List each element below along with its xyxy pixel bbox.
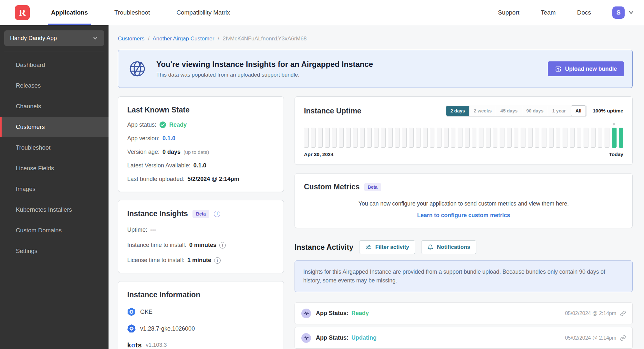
breadcrumb-customer-name[interactable]: Another Airgap Customer — [152, 36, 214, 42]
uptime-percentage: 100% uptime — [593, 108, 623, 114]
filter-sliders-icon — [365, 244, 372, 250]
uptime-bar-empty[interactable] — [374, 128, 379, 148]
uptime-bar-empty[interactable] — [409, 128, 414, 148]
uptime-bar-empty[interactable] — [430, 128, 435, 148]
uptime-bar-empty[interactable] — [339, 128, 344, 148]
app-version-link[interactable]: 0.1.0 — [162, 135, 175, 142]
uptime-bar-empty[interactable] — [556, 128, 561, 148]
tab-troubleshoot[interactable]: Troubleshoot — [111, 0, 153, 25]
main-content: Customers / Another Airgap Customer / 2f… — [109, 25, 644, 349]
account-menu[interactable]: S — [612, 6, 634, 19]
uptime-bar-empty[interactable] — [353, 128, 358, 148]
range-all[interactable]: All — [571, 105, 586, 116]
uptime-bar-empty[interactable] — [549, 128, 554, 148]
event-timestamp: 05/02/2024 @ 2:14pm — [565, 335, 616, 341]
avatar[interactable]: S — [612, 6, 625, 19]
uptime-bar-empty[interactable] — [458, 128, 462, 148]
sidebar-item-kubernetes-installers[interactable]: Kubernetes Installers — [0, 199, 109, 220]
sidebar-item-releases[interactable]: Releases — [0, 75, 109, 96]
event-link-icon[interactable] — [620, 335, 626, 341]
uptime-bar-empty[interactable] — [367, 128, 372, 148]
range-2-weeks[interactable]: 2 weeks — [470, 106, 496, 116]
info-icon[interactable]: i — [214, 211, 220, 217]
uptime-bar-empty[interactable] — [528, 128, 533, 148]
nav-link-support[interactable]: Support — [498, 9, 520, 16]
event-status-value: Ready — [351, 310, 369, 317]
uptime-bar-empty[interactable] — [346, 128, 351, 148]
activity-event-row[interactable]: App Status: Ready 05/02/2024 @ 2:14pm — [295, 302, 633, 324]
chevron-down-icon[interactable] — [628, 9, 634, 16]
configure-custom-metrics-link[interactable]: Learn to configure custom metrics — [304, 212, 623, 219]
nav-link-team[interactable]: Team — [541, 9, 556, 16]
last-known-state-title: Last Known State — [127, 106, 275, 114]
uptime-bar-empty[interactable] — [493, 128, 498, 148]
uptime-bar-empty[interactable] — [388, 128, 393, 148]
instance-time-label: Instance time to install: — [127, 242, 186, 249]
uptime-bar-empty[interactable] — [479, 128, 483, 148]
uptime-bar-empty[interactable] — [486, 128, 491, 148]
upload-new-bundle-button[interactable]: Upload new bundle — [548, 61, 624, 76]
range-2-days[interactable]: 2 days — [446, 106, 470, 116]
tab-compatibility-matrix[interactable]: Compatibility Matrix — [173, 0, 233, 25]
uptime-bar-empty[interactable] — [535, 128, 540, 148]
info-icon[interactable]: i — [214, 257, 221, 264]
uptime-bar-empty[interactable] — [402, 128, 407, 148]
range-45-days[interactable]: 45 days — [496, 106, 522, 116]
uptime-bar-empty[interactable] — [514, 128, 519, 148]
k8s-version-row: ☸ v1.28.7-gke.1026000 — [127, 324, 275, 333]
app-selector-dropdown[interactable]: Handy Dandy App — [4, 30, 104, 46]
uptime-bar-empty[interactable] — [325, 128, 330, 148]
uptime-bar-up[interactable] — [612, 128, 617, 148]
sidebar-item-channels[interactable]: Channels — [0, 96, 109, 117]
uptime-bar-empty[interactable] — [444, 128, 449, 148]
uptime-bar-empty[interactable] — [591, 128, 596, 148]
event-link-icon[interactable] — [620, 311, 626, 316]
filter-activity-button[interactable]: Filter activity — [359, 240, 415, 254]
uptime-bar-empty[interactable] — [542, 128, 546, 148]
range-1-year[interactable]: 1 year — [548, 106, 570, 116]
top-nav-tabs: Applications Troubleshoot Compatibility … — [48, 0, 233, 25]
info-icon[interactable]: i — [219, 242, 226, 249]
sidebar-item-customers[interactable]: Customers — [0, 117, 109, 137]
uptime-bar-empty[interactable] — [451, 128, 456, 148]
uptime-bar-empty[interactable] — [563, 128, 567, 148]
uptime-bar-empty[interactable] — [500, 128, 504, 148]
sidebar-item-license-fields[interactable]: License Fields — [0, 158, 109, 179]
uptime-bar-empty[interactable] — [507, 128, 512, 148]
uptime-bar-empty[interactable] — [584, 128, 588, 148]
uptime-bar-empty[interactable] — [570, 128, 575, 148]
uptime-bar-empty[interactable] — [423, 128, 428, 148]
replicated-logo[interactable]: R — [15, 5, 30, 20]
range-90-days[interactable]: 90 days — [522, 106, 548, 116]
sidebar-item-custom-domains[interactable]: Custom Domains — [0, 220, 109, 241]
sidebar-item-images[interactable]: Images — [0, 179, 109, 199]
uptime-bar-empty[interactable] — [395, 128, 400, 148]
uptime-bar-empty[interactable] — [381, 128, 386, 148]
uptime-bar-empty[interactable] — [521, 128, 525, 148]
uptime-bar-empty[interactable] — [605, 128, 609, 148]
uptime-bar-empty[interactable] — [416, 128, 421, 148]
top-navigation: R Applications Troubleshoot Compatibilit… — [0, 0, 644, 25]
tab-applications[interactable]: Applications — [48, 0, 91, 25]
uptime-bar-up[interactable] — [619, 128, 624, 148]
uptime-bar-empty[interactable] — [472, 128, 477, 148]
uptime-bar-empty[interactable] — [304, 128, 309, 148]
uptime-bar-empty[interactable] — [577, 128, 582, 148]
uptime-bar-empty[interactable] — [332, 128, 337, 148]
uptime-bar-empty[interactable] — [311, 128, 316, 148]
breadcrumb-customers[interactable]: Customers — [118, 36, 144, 42]
uptime-bar-empty[interactable] — [360, 128, 365, 148]
notifications-button[interactable]: Notifications — [421, 240, 476, 254]
uptime-bar-chart — [304, 128, 623, 148]
activity-event-row[interactable]: App Status: Updating 05/02/2024 @ 2:14pm — [295, 327, 633, 349]
instance-information-title: Instance Information — [127, 291, 275, 299]
sidebar-item-settings[interactable]: Settings — [0, 241, 109, 261]
breadcrumb-instance-id: 2fvMcK4NFuALfnonn1Y3xA6rM68 — [223, 36, 307, 42]
uptime-bar-empty[interactable] — [598, 128, 603, 148]
uptime-bar-empty[interactable] — [437, 128, 441, 148]
nav-link-docs[interactable]: Docs — [577, 9, 591, 16]
sidebar-item-troubleshoot[interactable]: Troubleshoot — [0, 137, 109, 158]
sidebar-item-dashboard[interactable]: Dashboard — [0, 55, 109, 75]
uptime-bar-empty[interactable] — [318, 128, 323, 148]
uptime-bar-empty[interactable] — [465, 128, 470, 148]
